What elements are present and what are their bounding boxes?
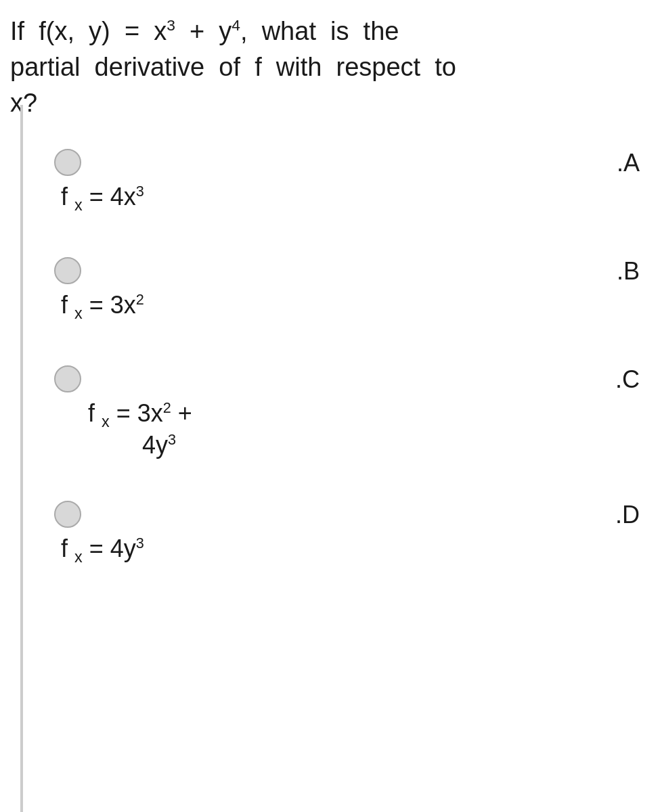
option-b-label: .B (617, 257, 640, 286)
radio-b[interactable] (54, 257, 81, 284)
question-line3: x? (10, 85, 650, 121)
option-c-left: f x = 3x2 + 4y3 (54, 365, 609, 459)
option-d-formula: f x = 4y3 (54, 535, 144, 566)
radio-d[interactable] (54, 501, 81, 528)
option-a-formula: f x = 4x3 (54, 183, 144, 215)
options-container: f x = 4x3 .A f x = 3x2 .B f x = 3x2 + 4y… (0, 149, 660, 602)
radio-c[interactable] (54, 365, 81, 392)
option-row-a: f x = 4x3 .A (54, 149, 640, 230)
option-a-left: f x = 4x3 (54, 149, 610, 215)
option-d-label: .D (615, 501, 640, 529)
option-row-d: f x = 4y3 .D (54, 501, 640, 582)
option-d-left: f x = 4y3 (54, 501, 609, 566)
question-line1: If f(x, y) = x3 + y4, what is the (10, 14, 650, 49)
option-b-formula: f x = 3x2 (54, 291, 144, 323)
option-c-label: .C (615, 365, 640, 394)
divider-line (20, 105, 23, 812)
question-text: If f(x, y) = x3 + y4, what is the partia… (0, 7, 660, 122)
option-row-c: f x = 3x2 + 4y3 .C (54, 365, 640, 474)
radio-a[interactable] (54, 149, 81, 176)
page-container: If f(x, y) = x3 + y4, what is the partia… (0, 0, 660, 812)
question-line2: partial derivative of f with respect to (10, 49, 650, 85)
option-row-b: f x = 3x2 .B (54, 257, 640, 338)
option-a-label: .A (617, 149, 640, 177)
option-b-left: f x = 3x2 (54, 257, 610, 323)
option-c-formula: f x = 3x2 + 4y3 (54, 399, 192, 459)
